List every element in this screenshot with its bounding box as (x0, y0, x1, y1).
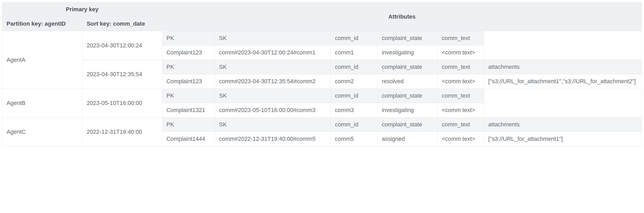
sort-cell: 2022-12-31T19:40:00 (82, 117, 162, 146)
sort-cell: 2023-04-30T12:00:24 (82, 31, 162, 60)
header-partition-key: Partition key: agentID (2, 17, 83, 31)
attr-label-complaint-state: complaint_state (378, 89, 438, 103)
attr-complaint-state: assigned (378, 132, 438, 146)
attr-comm-text: <comm text> (438, 132, 484, 146)
attr-label-complaint-state: complaint_state (378, 60, 438, 74)
attr-sk: comm#2023-05-10T16:00:00#comm3 (215, 103, 331, 117)
attr-attachments: ["s3://URL_for_attachment1","s3://URL_fo… (484, 74, 642, 89)
attr-pk: Complaint123 (162, 74, 215, 89)
attr-label-comm-text: comm_text (438, 31, 484, 46)
partition-cell: AgentC (2, 117, 83, 146)
attr-label-comm-text: comm_text (438, 117, 484, 132)
attr-label-attachments: attachments (484, 60, 642, 74)
attr-label-comm-id: comm_id (331, 60, 378, 74)
attr-comm-id: comm2 (331, 74, 378, 89)
partition-cell: AgentB (2, 89, 83, 117)
attr-label-comm-id: comm_id (331, 117, 378, 132)
header-sort-key: Sort key: comm_date (82, 17, 162, 31)
attr-attachments: ["s3://URL_for_attachment1"] (484, 132, 642, 146)
attr-pk: Complaint123 (162, 46, 215, 60)
header-row-1: Primary key Attributes (2, 2, 642, 17)
attr-label-complaint-state: complaint_state (378, 117, 438, 132)
attr-label-complaint-state: complaint_state (378, 31, 438, 46)
attr-comm-text: <comm text> (438, 103, 484, 117)
attr-label-pk: PK (162, 31, 215, 46)
attr-label-pk: PK (162, 117, 215, 132)
attr-complaint-state: investigating (378, 103, 438, 117)
attr-pk: Complaint1321 (162, 103, 215, 117)
attr-comm-id: comm1 (331, 46, 378, 60)
attr-comm-text: <comm text> (438, 46, 484, 60)
attr-label-attachments: attachments (484, 117, 642, 132)
attr-label-pk: PK (162, 89, 215, 103)
attr-pk: Complaint1444 (162, 132, 215, 146)
sort-cell: 2023-04-30T12:35:54 (82, 60, 162, 89)
attr-label-comm-id: comm_id (331, 89, 378, 103)
attr-attachments-empty (484, 31, 642, 60)
attr-label-pk: PK (162, 60, 215, 74)
dynamodb-schema-table: Primary key Attributes Partition key: ag… (2, 2, 642, 146)
table-row: AgentB 2023-05-10T16:00:00 PK SK comm_id… (2, 89, 642, 103)
attr-comm-text: <comm text> (438, 74, 484, 89)
header-primary-key: Primary key (2, 2, 162, 17)
attr-sk: comm#2022-12-31T19:40:00#comm5 (215, 132, 331, 146)
header-attributes: Attributes (162, 2, 642, 31)
attr-comm-id: comm3 (331, 103, 378, 117)
attr-label-comm-id: comm_id (331, 31, 378, 46)
table-row: AgentC 2022-12-31T19:40:00 PK SK comm_id… (2, 117, 642, 132)
sort-cell: 2023-05-10T16:00:00 (82, 89, 162, 117)
attr-label-comm-text: comm_text (438, 89, 484, 103)
attr-sk: comm#2023-04-30T12:35:54#comm2 (215, 74, 331, 89)
attr-comm-id: comm5 (331, 132, 378, 146)
attr-label-sk: SK (215, 117, 331, 132)
partition-cell: AgentA (2, 31, 83, 89)
attr-label-sk: SK (215, 89, 331, 103)
attr-attachments-empty (484, 89, 642, 117)
attr-label-sk: SK (215, 60, 331, 74)
attr-complaint-state: investigating (378, 46, 438, 60)
attr-label-comm-text: comm_text (438, 60, 484, 74)
table-row: 2023-04-30T12:35:54 PK SK comm_id compla… (2, 60, 642, 74)
attr-complaint-state: resolved (378, 74, 438, 89)
attr-sk: comm#2023-04-30T12:00:24#comm1 (215, 46, 331, 60)
table-row: AgentA 2023-04-30T12:00:24 PK SK comm_id… (2, 31, 642, 46)
attr-label-sk: SK (215, 31, 331, 46)
